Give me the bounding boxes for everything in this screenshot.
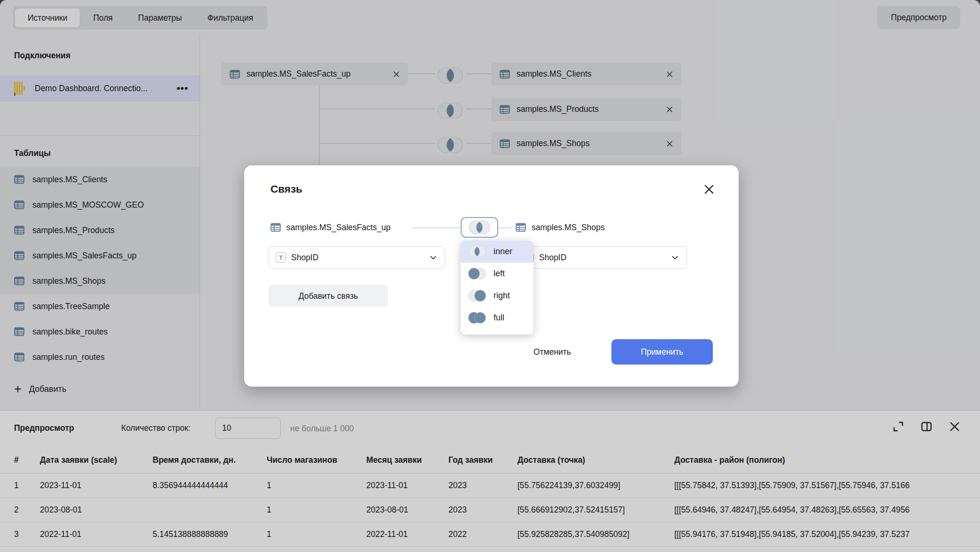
relation-line: [412, 227, 461, 228]
modal-close-button[interactable]: [703, 183, 715, 195]
left-field-select[interactable]: T ShopID: [269, 246, 445, 269]
relation-left-table: samples.MS_SalesFacts_up: [286, 223, 391, 233]
venn-left-icon: [466, 266, 488, 281]
join-option-inner[interactable]: inner: [461, 241, 533, 263]
right-field-select[interactable]: T ShopID: [517, 246, 687, 269]
left-field-value: ShopID: [291, 253, 424, 263]
table-icon: [516, 223, 526, 232]
field-type-icon: T: [276, 252, 286, 263]
join-type-dropdown: inner left right full: [461, 241, 533, 334]
join-option-label: full: [494, 313, 504, 323]
dataset-editor-window: Источники Поля Параметры Фильтрация Пред…: [0, 0, 980, 552]
table-icon: [270, 223, 281, 232]
join-type-button[interactable]: [461, 217, 498, 238]
venn-right-icon: [466, 288, 488, 303]
add-relation-button[interactable]: Добавить связь: [269, 285, 388, 307]
chevron-down-icon: [671, 254, 679, 262]
join-option-label: left: [494, 269, 505, 279]
join-option-right[interactable]: right: [461, 285, 533, 307]
join-option-left[interactable]: left: [461, 263, 533, 285]
right-field-value: ShopID: [539, 253, 666, 263]
chevron-down-icon: [429, 254, 437, 262]
venn-full-icon: [466, 310, 488, 326]
join-option-full[interactable]: full: [461, 307, 533, 329]
apply-button[interactable]: Применить: [611, 339, 713, 365]
venn-inner-icon: [466, 244, 488, 259]
relation-right-table: samples.MS_Shops: [532, 223, 605, 233]
relation-modal: Связь samples.MS_SalesFacts_up samples.M…: [244, 165, 739, 387]
join-option-label: inner: [494, 247, 512, 257]
join-option-label: right: [494, 291, 510, 301]
relation-line: [498, 227, 512, 228]
modal-title: Связь: [270, 183, 302, 195]
close-icon: [703, 183, 715, 195]
cancel-button[interactable]: Отменить: [521, 342, 583, 362]
